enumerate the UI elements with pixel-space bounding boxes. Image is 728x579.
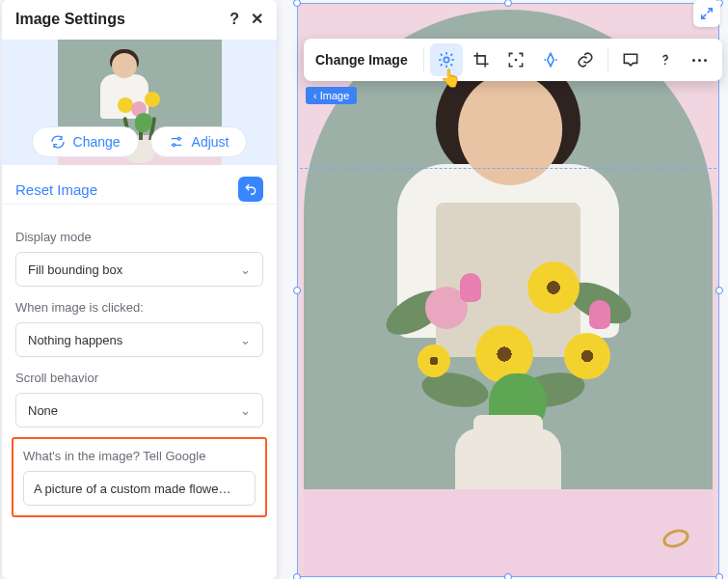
panel-close-button[interactable]: ✕ xyxy=(251,10,263,28)
reset-image-link[interactable]: Reset Image xyxy=(15,181,97,198)
scroll-behavior-select[interactable]: None ⌄ xyxy=(15,393,263,427)
chevron-down-icon: ⌄ xyxy=(240,333,251,347)
comment-button[interactable] xyxy=(614,43,647,76)
link-button[interactable] xyxy=(569,43,602,76)
animation-icon xyxy=(541,50,560,69)
help-icon xyxy=(656,50,675,69)
resize-handle-se[interactable] xyxy=(715,573,723,579)
focal-point-icon xyxy=(506,50,526,69)
chevron-down-icon: ⌄ xyxy=(240,403,251,418)
panel-title: Image Settings xyxy=(15,11,125,28)
selected-image-frame[interactable] xyxy=(297,3,719,577)
panel-help-button[interactable]: ? xyxy=(229,11,239,28)
click-action-select[interactable]: Nothing happens ⌄ xyxy=(15,322,263,357)
svg-point-2 xyxy=(664,63,666,65)
image-content xyxy=(304,10,713,576)
resize-handle-nw[interactable] xyxy=(293,0,301,7)
svg-point-0 xyxy=(444,57,448,62)
scroll-behavior-value: None xyxy=(28,403,58,418)
image-settings-panel: Image Settings ? ✕ xyxy=(2,0,277,579)
resize-handle-w[interactable] xyxy=(293,287,301,294)
undo-icon xyxy=(244,182,257,196)
display-mode-value: Fill bounding box xyxy=(28,262,122,277)
alt-text-highlight: What's in the image? Tell Google A pictu… xyxy=(12,437,267,517)
focal-point-button[interactable] xyxy=(499,43,532,76)
resize-handle-s[interactable] xyxy=(504,573,512,579)
click-action-value: Nothing happens xyxy=(28,333,122,347)
svg-point-3 xyxy=(177,137,180,140)
alt-text-input[interactable]: A picture of a custom made flowe… xyxy=(23,471,256,506)
alt-text-value: A picture of a custom made flowe… xyxy=(34,482,230,496)
image-toolbar: Change Image xyxy=(304,39,722,81)
alt-text-label: What's in the image? Tell Google xyxy=(23,449,256,463)
display-mode-select[interactable]: Fill bounding box ⌄ xyxy=(15,252,263,287)
resize-handle-n[interactable] xyxy=(504,0,512,7)
settings-button[interactable] xyxy=(430,43,463,76)
refresh-icon xyxy=(50,134,66,150)
svg-point-1 xyxy=(514,59,517,62)
adjust-button[interactable]: Adjust xyxy=(150,126,248,157)
change-button[interactable]: Change xyxy=(32,126,139,157)
selection-breadcrumb[interactable]: ‹ Image xyxy=(306,87,357,104)
more-button[interactable] xyxy=(684,43,716,76)
click-action-label: When image is clicked: xyxy=(15,300,263,315)
scroll-behavior-label: Scroll behavior xyxy=(15,371,263,385)
crop-button[interactable] xyxy=(465,43,498,76)
crop-icon xyxy=(472,50,491,69)
resize-handle-e[interactable] xyxy=(715,287,723,294)
image-preview: Change Adjust xyxy=(2,40,277,165)
display-mode-label: Display mode xyxy=(15,230,263,244)
alignment-guide xyxy=(300,168,716,169)
chevron-down-icon: ⌄ xyxy=(240,262,251,277)
more-icon xyxy=(692,59,707,62)
link-icon xyxy=(576,50,595,69)
comment-icon xyxy=(621,50,640,69)
gear-icon xyxy=(437,50,456,69)
change-image-button[interactable]: Change Image xyxy=(315,52,418,68)
resize-handle-sw[interactable] xyxy=(293,573,301,579)
expand-button[interactable] xyxy=(693,0,720,27)
reset-image-button[interactable] xyxy=(238,177,263,202)
sliders-icon xyxy=(169,134,184,150)
help-button[interactable] xyxy=(649,43,682,76)
adjust-button-label: Adjust xyxy=(192,134,229,150)
animation-button[interactable] xyxy=(534,43,567,76)
svg-point-4 xyxy=(173,144,175,147)
change-button-label: Change xyxy=(73,134,121,150)
